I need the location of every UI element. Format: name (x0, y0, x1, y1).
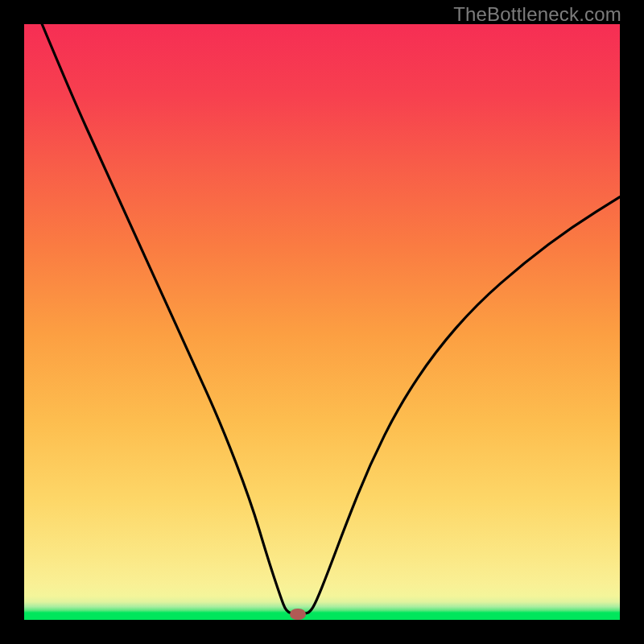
bottleneck-curve (24, 24, 620, 620)
watermark-text: TheBottleneck.com (453, 3, 621, 26)
plot-area (24, 24, 620, 620)
optimum-marker (290, 609, 306, 620)
chart-frame: TheBottleneck.com (0, 0, 644, 644)
